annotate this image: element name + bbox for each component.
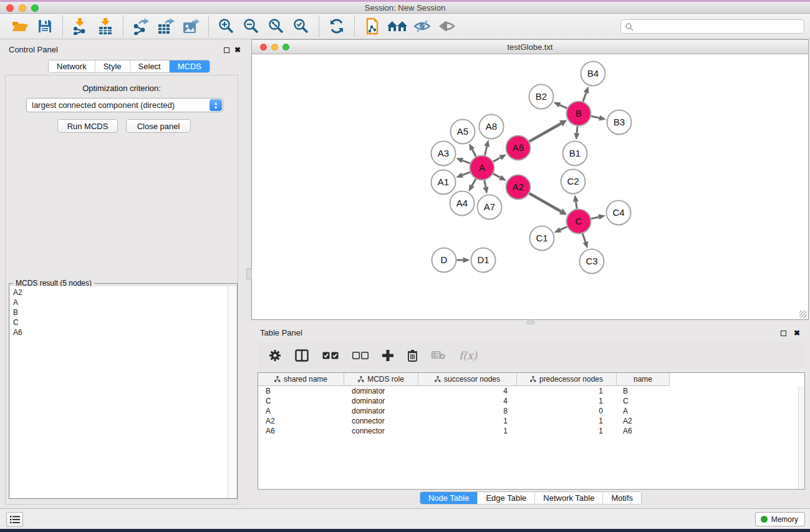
import-network-button[interactable]: [68, 16, 93, 36]
unselect-all-columns-button[interactable]: [352, 352, 369, 360]
graph-edge-B-B4[interactable]: [583, 93, 586, 102]
minimize-window-button[interactable]: [19, 4, 26, 12]
column-header-name[interactable]: name: [617, 373, 670, 386]
function-builder-button[interactable]: f(x): [459, 349, 477, 362]
close-panel-action-button[interactable]: Close panel: [126, 119, 191, 133]
close-window-button[interactable]: [6, 4, 14, 12]
graph-node-D1[interactable]: D1: [471, 248, 496, 273]
table-row[interactable]: Bdominator41B: [258, 386, 804, 396]
tab-network-table[interactable]: Network Table: [535, 492, 603, 504]
network-canvas[interactable]: AA1A2A3A4A5A6A7A8BB1B2B3B4CC1C2C3C4DD1: [251, 54, 809, 320]
graph-edge-B-B3[interactable]: [591, 116, 599, 118]
graph-node-B2[interactable]: B2: [529, 85, 554, 109]
zoom-network-window-button[interactable]: [282, 44, 289, 51]
show-column-panel-button[interactable]: [295, 349, 309, 362]
tab-motifs[interactable]: Motifs: [603, 492, 641, 504]
graph-edge-C-C2[interactable]: [576, 201, 577, 209]
column-header-predecessor-nodes[interactable]: predecessor nodes: [517, 373, 617, 386]
select-all-columns-button[interactable]: [322, 352, 339, 360]
graph-node-A4[interactable]: A4: [450, 191, 475, 216]
zoom-out-button[interactable]: [239, 16, 264, 36]
column-settings-button[interactable]: [269, 349, 281, 362]
minimize-network-window-button[interactable]: [271, 44, 278, 51]
tab-edge-table[interactable]: Edge Table: [478, 492, 535, 504]
graph-node-A2[interactable]: A2: [506, 175, 531, 200]
criterion-select[interactable]: largest connected component (directed) ▲…: [26, 98, 223, 112]
import-table-button[interactable]: [93, 16, 118, 36]
result-list-scrollbar[interactable]: [228, 286, 236, 498]
graph-node-A5[interactable]: A5: [451, 120, 475, 144]
vertical-splitter-handle[interactable]: [246, 268, 252, 279]
network-graph[interactable]: AA1A2A3A4A5A6A7A8BB1B2B3B4CC1C2C3C4DD1: [252, 54, 808, 319]
graph-node-A7[interactable]: A7: [478, 195, 502, 220]
graph-node-A3[interactable]: A3: [432, 142, 456, 166]
mcds-result-item[interactable]: A6: [13, 327, 224, 337]
graph-node-C[interactable]: C: [567, 210, 591, 234]
export-image-button[interactable]: [178, 16, 203, 36]
graph-node-A[interactable]: A: [470, 156, 494, 180]
column-header-shared-name[interactable]: shared name: [258, 373, 344, 386]
table-row[interactable]: Cdominator41C: [258, 396, 804, 406]
graph-edge-A-A1[interactable]: [462, 172, 470, 175]
graph-node-D[interactable]: D: [432, 248, 456, 273]
open-session-button[interactable]: [7, 16, 32, 36]
zoom-fit-button[interactable]: [264, 16, 289, 36]
zoom-selected-button[interactable]: [289, 16, 314, 36]
graph-edge-A6-B[interactable]: [529, 123, 561, 142]
memory-button[interactable]: Memory: [755, 512, 805, 526]
tab-node-table[interactable]: Node Table: [420, 492, 478, 504]
graph-node-A6[interactable]: A6: [506, 136, 531, 160]
tab-network[interactable]: Network: [49, 60, 95, 72]
zoom-in-button[interactable]: [214, 16, 239, 36]
graph-edge-A-A2[interactable]: [493, 174, 500, 178]
graph-edge-C-C3[interactable]: [582, 233, 585, 242]
graph-edge-A2-C[interactable]: [529, 193, 561, 211]
graph-edge-A-A7[interactable]: [485, 180, 486, 187]
graph-node-B[interactable]: B: [567, 102, 591, 126]
graph-node-B3[interactable]: B3: [607, 110, 632, 135]
graph-node-B1[interactable]: B1: [563, 142, 587, 166]
show-task-history-button[interactable]: [6, 512, 23, 527]
table-row[interactable]: Adominator80A: [258, 406, 804, 416]
mcds-result-item[interactable]: A2: [13, 288, 224, 297]
tab-select[interactable]: Select: [130, 60, 170, 72]
zoom-window-button[interactable]: [31, 4, 39, 12]
graph-node-C3[interactable]: C3: [580, 249, 604, 274]
graph-edge-B-B1[interactable]: [577, 126, 577, 133]
graph-node-A8[interactable]: A8: [480, 115, 504, 139]
close-table-panel-button[interactable]: ✖: [793, 329, 801, 337]
clone-network-button[interactable]: [360, 16, 385, 36]
tab-mcds[interactable]: MCDS: [170, 60, 210, 72]
graph-node-C1[interactable]: C1: [530, 226, 554, 251]
mcds-result-item[interactable]: B: [13, 307, 224, 317]
graph-edge-C-C1[interactable]: [561, 227, 567, 230]
table-scrollbar[interactable]: [798, 386, 804, 489]
search-input[interactable]: [634, 21, 804, 32]
graph-edge-A-A6[interactable]: [493, 158, 501, 162]
graph-edge-A-A8[interactable]: [485, 147, 487, 155]
save-session-button[interactable]: [32, 16, 57, 36]
graph-node-A1[interactable]: A1: [432, 170, 456, 195]
toggle-graphics-details-button[interactable]: [410, 16, 435, 36]
graph-node-B4[interactable]: B4: [581, 62, 605, 86]
graph-edge-A-A4[interactable]: [472, 179, 476, 186]
search-field[interactable]: [620, 19, 804, 34]
delete-table-button[interactable]: [432, 351, 445, 360]
graph-edge-A-A3[interactable]: [462, 160, 470, 163]
tab-style[interactable]: Style: [95, 60, 130, 72]
graph-edge-A-A5[interactable]: [472, 150, 476, 157]
export-network-button[interactable]: [128, 16, 153, 36]
graph-edge-B-B2[interactable]: [560, 105, 567, 108]
horizontal-splitter-handle[interactable]: [527, 321, 534, 324]
export-table-button[interactable]: [153, 16, 178, 36]
graph-edge-C-C4[interactable]: [591, 217, 599, 219]
mcds-result-item[interactable]: C: [13, 317, 224, 327]
mcds-result-item[interactable]: A: [13, 297, 224, 307]
table-row[interactable]: A6connector11A6: [258, 426, 804, 436]
run-mcds-button[interactable]: Run MCDS: [57, 119, 118, 133]
window-resize-grip[interactable]: [799, 311, 807, 318]
column-header-mcds-role[interactable]: MCDS role: [344, 373, 418, 386]
close-network-window-button[interactable]: [260, 44, 267, 51]
graph-node-C4[interactable]: C4: [607, 201, 631, 225]
apply-layout-button[interactable]: [324, 16, 349, 36]
